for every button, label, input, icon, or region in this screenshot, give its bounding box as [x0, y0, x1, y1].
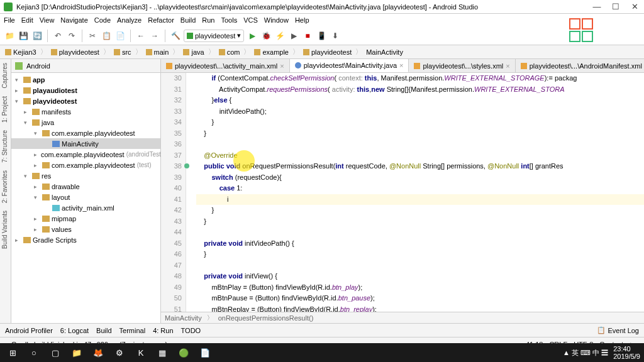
- tree-item[interactable]: ▸manifests: [11, 106, 160, 117]
- tree-item[interactable]: ▾app: [11, 74, 160, 85]
- tool-favorites[interactable]: 2: Favorites: [0, 167, 11, 207]
- code-line: [196, 260, 644, 272]
- paste-icon[interactable]: 📄: [114, 30, 126, 41]
- taskbar-app4[interactable]: 📄: [196, 346, 214, 359]
- search-button[interactable]: ○: [25, 346, 43, 359]
- crumb-package[interactable]: playvideotest: [301, 48, 354, 56]
- tool-todo[interactable]: TODO: [181, 327, 201, 334]
- crumb-class[interactable]: MainActivity: [364, 48, 406, 56]
- cut-icon[interactable]: ✂: [87, 30, 98, 41]
- editor-tab[interactable]: playvideotest\MainActivity.java×: [290, 59, 409, 72]
- make-icon[interactable]: 🔨: [170, 30, 181, 41]
- crumb-main[interactable]: main: [143, 48, 172, 56]
- tree-item[interactable]: ▾res: [11, 170, 160, 181]
- crumb-java[interactable]: java: [180, 48, 206, 56]
- tool-buildvariants[interactable]: Build Variants: [0, 207, 11, 253]
- tool-logcat[interactable]: 6: Logcat: [60, 327, 89, 334]
- avd-manager-button[interactable]: 📱: [316, 30, 327, 41]
- taskbar-app3[interactable]: ▦: [153, 346, 171, 359]
- system-tray[interactable]: ▲ 英 ⌨ 中 ☰ 23:40 2019/5/9: [563, 345, 640, 360]
- attach-debugger-button[interactable]: ▶: [288, 30, 299, 41]
- menu-help[interactable]: Help: [295, 16, 309, 24]
- tray-icons[interactable]: ▲ 英 ⌨ 中 ☰: [563, 348, 608, 358]
- menu-window[interactable]: Window: [264, 16, 289, 24]
- tool-captures[interactable]: Captures: [0, 59, 11, 92]
- sync-icon[interactable]: 🔄: [31, 30, 43, 41]
- maximize-button[interactable]: ☐: [606, 2, 625, 11]
- crumb-com[interactable]: com: [216, 48, 243, 56]
- tree-item[interactable]: ▸playaudiotest: [11, 85, 160, 96]
- tool-build[interactable]: Build: [96, 327, 111, 334]
- crumb-example[interactable]: example: [252, 48, 291, 56]
- redo-icon[interactable]: ↷: [66, 30, 77, 41]
- tool-project[interactable]: 1: Project: [0, 92, 11, 126]
- open-icon[interactable]: 📁: [4, 30, 15, 41]
- menu-edit[interactable]: Edit: [21, 16, 33, 24]
- crumb-class-name[interactable]: MainActivity: [165, 314, 202, 322]
- menu-run[interactable]: Run: [202, 16, 214, 24]
- tree-item[interactable]: ▸Gradle Scripts: [11, 234, 160, 245]
- clock-date[interactable]: 2019/5/9: [613, 353, 640, 360]
- crumb-src[interactable]: src: [111, 48, 134, 56]
- menu-navigate[interactable]: Navigate: [60, 16, 87, 24]
- close-tab-icon[interactable]: ×: [506, 62, 509, 70]
- tree-item[interactable]: activity_main.xml: [11, 202, 160, 213]
- menu-vcs[interactable]: VCS: [243, 16, 258, 24]
- profile-button[interactable]: ⚡: [274, 30, 286, 41]
- taskbar-app[interactable]: ⚙: [111, 346, 128, 359]
- copy-icon[interactable]: 📋: [101, 30, 112, 41]
- tree-item[interactable]: ▸com.example.playvideotest (test): [11, 160, 160, 170]
- tree-item[interactable]: ▸com.example.playvideotest (androidTest): [11, 149, 160, 160]
- event-log-button[interactable]: 📋 Event Log: [597, 326, 639, 334]
- tree-item[interactable]: ▾playvideotest: [11, 96, 160, 106]
- android-module-icon: [187, 33, 193, 39]
- taskbar-explorer[interactable]: 📁: [68, 346, 86, 359]
- code-editor[interactable]: if (ContextCompat.checkSelfPermission( c…: [186, 73, 644, 312]
- close-tab-icon[interactable]: ×: [399, 62, 403, 69]
- editor-tab[interactable]: playvideotest\...\styles.xml×: [409, 59, 515, 72]
- tree-item[interactable]: ▸mipmap: [11, 213, 160, 224]
- taskbar-app2[interactable]: K: [132, 346, 150, 359]
- tree-item[interactable]: ▾com.example.playvideotest: [11, 128, 160, 138]
- undo-icon[interactable]: ↶: [52, 30, 64, 41]
- taskbar-firefox[interactable]: 🦊: [89, 346, 107, 359]
- tree-item[interactable]: ▾java: [11, 117, 160, 128]
- tree-item[interactable]: ▸values: [11, 224, 160, 234]
- clock-time[interactable]: 23:40: [613, 345, 640, 353]
- menu-tools[interactable]: Tools: [221, 16, 237, 24]
- menu-refactor[interactable]: Refactor: [148, 16, 174, 24]
- tree-item[interactable]: ▸drawable: [11, 181, 160, 192]
- run-button[interactable]: ▶: [247, 30, 258, 41]
- menu-file[interactable]: File: [4, 16, 15, 24]
- forward-icon[interactable]: →: [149, 30, 160, 41]
- project-panel-header[interactable]: Android: [11, 59, 160, 73]
- stop-button[interactable]: ■: [302, 30, 313, 41]
- run-config-selector[interactable]: playvideotest ▾: [184, 30, 244, 42]
- tree-item[interactable]: MainActivity: [11, 138, 160, 149]
- menu-build[interactable]: Build: [180, 16, 196, 24]
- crumb-project[interactable]: Kejian3: [3, 48, 39, 56]
- minimize-button[interactable]: —: [587, 2, 606, 11]
- close-button[interactable]: ✕: [625, 2, 644, 11]
- editor-tab[interactable]: playvideotest\...\activity_main.xml×: [161, 59, 290, 72]
- menu-view[interactable]: View: [40, 16, 55, 24]
- tree-item[interactable]: ▾layout: [11, 192, 160, 202]
- save-icon[interactable]: 💾: [18, 30, 29, 41]
- editor-tab[interactable]: playvideotest\...\AndroidManifest.xml×: [516, 59, 644, 72]
- menu-analyze[interactable]: Analyze: [117, 16, 142, 24]
- back-icon[interactable]: ←: [135, 30, 147, 41]
- task-view-button[interactable]: ▢: [47, 346, 64, 359]
- tool-run[interactable]: 4: Run: [153, 327, 173, 334]
- debug-button[interactable]: 🐞: [260, 30, 272, 41]
- taskbar-android-studio[interactable]: 🟢: [175, 346, 192, 359]
- close-tab-icon[interactable]: ×: [280, 62, 284, 70]
- tool-android-profiler[interactable]: Android Profiler: [5, 327, 53, 334]
- start-button[interactable]: ⊞: [4, 346, 21, 359]
- menu-code[interactable]: Code: [94, 16, 111, 24]
- code-line: }else {: [196, 95, 644, 106]
- sdk-manager-button[interactable]: ⬇: [330, 30, 341, 41]
- crumb-method-name[interactable]: onRequestPermissionsResult(): [218, 314, 314, 322]
- tool-structure[interactable]: 7: Structure: [0, 126, 11, 167]
- tool-terminal[interactable]: Terminal: [119, 327, 146, 334]
- crumb-module[interactable]: playvideotest: [48, 48, 102, 56]
